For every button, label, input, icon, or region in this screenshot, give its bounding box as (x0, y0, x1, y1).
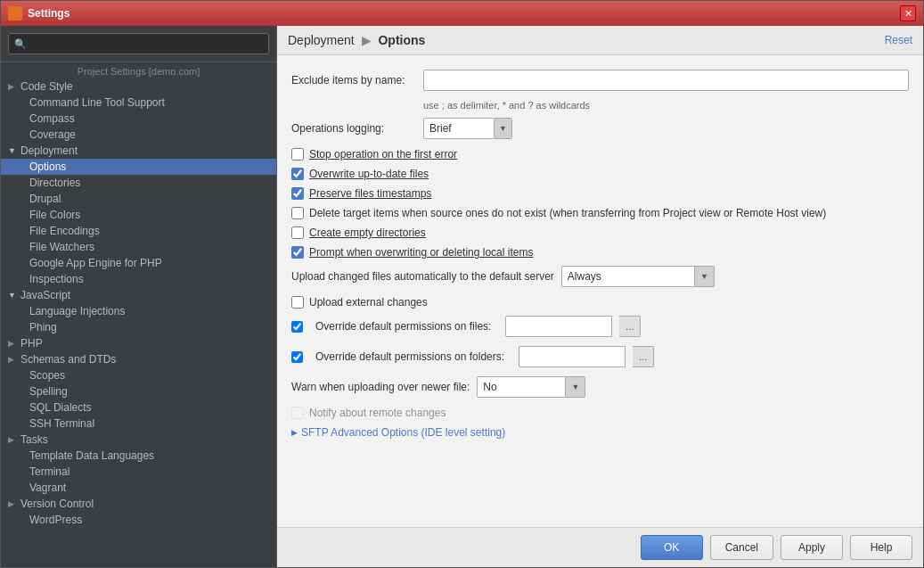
sidebar-item-label: Code Style (20, 80, 73, 93)
sidebar-item-compass[interactable]: Compass (1, 111, 276, 127)
sidebar-item-vagrant[interactable]: Vagrant (1, 480, 276, 496)
sidebar-item-coverage[interactable]: Coverage (1, 127, 276, 143)
stop-on-error-text: Stop operation on the first error (309, 148, 457, 161)
help-button[interactable]: Help (850, 535, 912, 560)
override-folders-browse-button[interactable]: ... (633, 346, 654, 367)
sidebar-item-scopes[interactable]: Scopes (1, 367, 276, 383)
panel-header: Deployment ▶ Options Reset (277, 26, 923, 55)
warn-newer-select-wrapper: No Yes ▼ (477, 376, 585, 398)
warn-newer-label: Warn when uploading over newer file: (291, 381, 470, 393)
stop-on-error-checkbox[interactable] (291, 148, 304, 161)
sidebar-item-label: Schemas and DTDs (20, 353, 116, 366)
preserve-checkbox[interactable] (291, 187, 304, 200)
sidebar-item-code-style[interactable]: ▶ Code Style (1, 78, 276, 95)
bottom-bar: OK Cancel Apply Help (277, 527, 923, 567)
notify-remote-label: Notify about remote changes (309, 407, 446, 419)
upload-auto-select-wrapper: Always Never On explicit save action ▼ (561, 266, 715, 287)
sidebar-item-google-app[interactable]: Google App Engine for PHP (1, 255, 276, 271)
delete-target-label: Delete target items when source ones do … (309, 207, 826, 219)
sidebar: 🔍 Project Settings [demo.com] ▶ Code Sty… (1, 26, 277, 567)
sidebar-item-phing[interactable]: Phing (1, 319, 276, 335)
override-folders-label: Override default permissions on folders: (315, 350, 504, 363)
exclude-input[interactable]: .svn;.cvs;.idea;.DS_Store;.git;.hg (423, 70, 909, 91)
sidebar-item-label: PHP (20, 337, 43, 350)
preserve-label: Preserve files timestamps (309, 187, 431, 200)
warn-newer-row: Warn when uploading over newer file: No … (291, 376, 909, 398)
override-folders-input[interactable]: rwxr-xr-x (755) (519, 346, 626, 367)
override-folders-checkbox[interactable] (291, 351, 303, 363)
create-dirs-row: Create empty directories (291, 226, 909, 239)
logging-select-arrow[interactable]: ▼ (495, 118, 512, 139)
sidebar-item-label: Coverage (29, 128, 76, 141)
sidebar-item-drupal[interactable]: Drupal (1, 191, 276, 207)
sidebar-item-label: Tasks (20, 433, 48, 446)
reset-button[interactable]: Reset (885, 34, 912, 46)
notify-remote-checkbox[interactable] (291, 407, 304, 419)
override-files-checkbox[interactable] (291, 321, 303, 333)
sidebar-item-directories[interactable]: Directories (1, 175, 276, 191)
prompt-overwrite-label: Prompt when overwriting or deleting loca… (309, 246, 533, 259)
sidebar-item-terminal[interactable]: Terminal (1, 464, 276, 480)
breadcrumb-part2: Options (378, 33, 425, 47)
logging-select[interactable]: Brief Verbose Silent (423, 118, 495, 139)
overwrite-checkbox[interactable] (291, 168, 304, 180)
sidebar-item-label: Command Line Tool Support (29, 96, 165, 109)
search-icon: 🔍 (14, 38, 27, 50)
sidebar-item-label: Options (29, 161, 66, 173)
delete-target-checkbox[interactable] (291, 207, 304, 219)
sidebar-item-wordpress[interactable]: WordPress (1, 512, 276, 528)
override-files-browse-button[interactable]: ... (619, 316, 641, 337)
sidebar-item-language-injections[interactable]: Language Injections (1, 303, 276, 319)
sidebar-item-file-colors[interactable]: File Colors (1, 207, 276, 223)
logging-row: Operations logging: Brief Verbose Silent… (291, 118, 909, 139)
warn-newer-arrow[interactable]: ▼ (566, 376, 585, 398)
sidebar-item-options[interactable]: Options (1, 159, 276, 175)
sftp-arrow-icon: ▶ (291, 428, 298, 437)
breadcrumb-separator: ▶ (362, 33, 375, 47)
stop-on-error-row: Stop operation on the first error (291, 148, 909, 161)
create-dirs-checkbox[interactable] (291, 226, 304, 239)
exclude-label: Exclude items by name: (291, 74, 416, 86)
sidebar-item-file-encodings[interactable]: File Encodings (1, 223, 276, 239)
sidebar-item-sql-dialects[interactable]: SQL Dialects (1, 399, 276, 416)
sidebar-item-label: SSH Terminal (29, 417, 94, 430)
upload-auto-select[interactable]: Always Never On explicit save action (561, 266, 695, 287)
sftp-link[interactable]: ▶ SFTP Advanced Options (IDE level setti… (291, 426, 909, 439)
sidebar-item-ssh-terminal[interactable]: SSH Terminal (1, 416, 276, 432)
ok-button[interactable]: OK (641, 535, 703, 560)
sidebar-item-label: Language Injections (29, 305, 125, 317)
preserve-row: Preserve files timestamps (291, 187, 909, 200)
sidebar-item-template-data[interactable]: Template Data Languages (1, 448, 276, 464)
override-files-input[interactable]: rw-r--r-- (644) (505, 316, 612, 337)
sidebar-item-version-control[interactable]: ▶ Version Control (1, 496, 276, 512)
sidebar-item-label: Template Data Languages (29, 449, 154, 462)
sidebar-item-inspections[interactable]: Inspections (1, 271, 276, 287)
sidebar-item-label: Inspections (29, 273, 84, 285)
search-box[interactable]: 🔍 (8, 33, 269, 54)
arrow-icon: ▶ (8, 355, 17, 364)
sidebar-item-tasks[interactable]: ▶ Tasks (1, 432, 276, 448)
sidebar-item-command-line[interactable]: Command Line Tool Support (1, 95, 276, 111)
panel-body: Exclude items by name: .svn;.cvs;.idea;.… (277, 55, 923, 527)
warn-newer-select[interactable]: No Yes (477, 376, 566, 398)
prompt-overwrite-row: Prompt when overwriting or deleting loca… (291, 246, 909, 259)
upload-auto-row: Upload changed files automatically to th… (291, 266, 909, 287)
sidebar-item-javascript[interactable]: ▼ JavaScript (1, 287, 276, 303)
upload-external-checkbox[interactable] (291, 296, 304, 309)
upload-auto-arrow[interactable]: ▼ (695, 266, 715, 287)
cancel-button[interactable]: Cancel (710, 535, 773, 560)
prompt-overwrite-checkbox[interactable] (291, 246, 304, 259)
sidebar-item-deployment[interactable]: ▼ Deployment (1, 143, 276, 159)
sftp-label: SFTP Advanced Options (IDE level setting… (301, 426, 505, 439)
sidebar-item-schemas[interactable]: ▶ Schemas and DTDs (1, 351, 276, 367)
apply-button[interactable]: Apply (781, 535, 843, 560)
sidebar-item-php[interactable]: ▶ PHP (1, 335, 276, 351)
sidebar-item-label: JavaScript (20, 289, 70, 301)
arrow-icon: ▼ (8, 146, 17, 155)
sidebar-item-file-watchers[interactable]: File Watchers (1, 239, 276, 255)
breadcrumb: Deployment ▶ Options (288, 33, 425, 47)
search-input[interactable] (30, 37, 263, 50)
close-button[interactable]: ✕ (900, 5, 916, 21)
sidebar-item-label: WordPress (29, 514, 82, 526)
sidebar-item-spelling[interactable]: Spelling (1, 383, 276, 399)
